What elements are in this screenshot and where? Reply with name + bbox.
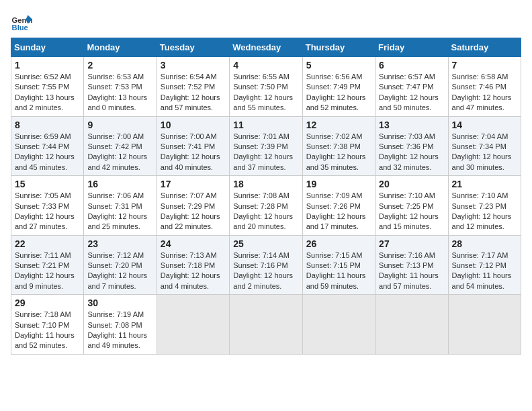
day-info: Sunrise: 7:09 AM Sunset: 7:26 PM Dayligh… [306,191,371,232]
sunrise-text: Sunrise: 7:10 AM [452,191,517,201]
daylight-text: Daylight: 12 hours and 9 minutes. [15,271,80,291]
day-number: 21 [452,179,517,189]
sunrise-text: Sunrise: 7:13 AM [161,250,226,261]
calendar-cell: 25 Sunrise: 7:14 AM Sunset: 7:16 PM Dayl… [230,235,302,295]
daylight-text: Daylight: 12 hours and 32 minutes. [379,152,444,173]
calendar-cell: 7 Sunrise: 6:58 AM Sunset: 7:46 PM Dayli… [448,57,521,117]
daylight-text: Daylight: 12 hours and 27 minutes. [15,212,80,232]
daylight-text: Daylight: 12 hours and 45 minutes. [15,152,80,173]
sunset-text: Sunset: 7:39 PM [233,142,298,152]
day-info: Sunrise: 7:19 AM Sunset: 7:08 PM Dayligh… [87,310,152,351]
daylight-text: Daylight: 12 hours and 42 minutes. [87,152,152,173]
day-info: Sunrise: 7:10 AM Sunset: 7:23 PM Dayligh… [452,191,517,232]
calendar-cell [230,295,302,355]
day-info: Sunrise: 6:54 AM Sunset: 7:52 PM Dayligh… [161,72,226,113]
calendar-week-row: 8 Sunrise: 6:59 AM Sunset: 7:44 PM Dayli… [11,116,521,176]
day-number: 26 [306,238,371,249]
sunset-text: Sunset: 7:42 PM [87,142,152,152]
daylight-text: Daylight: 12 hours and 4 minutes. [161,271,226,291]
calendar-cell: 14 Sunrise: 7:04 AM Sunset: 7:34 PM Dayl… [448,116,521,176]
sunset-text: Sunset: 7:25 PM [379,201,444,212]
daylight-text: Daylight: 11 hours and 49 minutes. [87,330,152,351]
calendar-body: 1 Sunrise: 6:52 AM Sunset: 7:55 PM Dayli… [11,57,521,355]
daylight-text: Daylight: 12 hours and 50 minutes. [379,93,444,113]
calendar-cell: 24 Sunrise: 7:13 AM Sunset: 7:18 PM Dayl… [157,235,229,295]
day-number: 30 [87,298,152,308]
day-info: Sunrise: 7:17 AM Sunset: 7:12 PM Dayligh… [452,250,517,292]
sunset-text: Sunset: 7:38 PM [306,142,371,152]
daylight-text: Daylight: 12 hours and 15 minutes. [379,212,444,232]
day-info: Sunrise: 7:05 AM Sunset: 7:33 PM Dayligh… [15,191,80,232]
day-info: Sunrise: 6:56 AM Sunset: 7:49 PM Dayligh… [306,72,371,113]
sunrise-text: Sunrise: 7:04 AM [452,132,517,142]
sunrise-text: Sunrise: 7:02 AM [306,132,371,142]
day-info: Sunrise: 7:14 AM Sunset: 7:16 PM Dayligh… [233,250,298,292]
sunset-text: Sunset: 7:08 PM [87,320,152,330]
sunset-text: Sunset: 7:33 PM [15,201,80,212]
sunrise-text: Sunrise: 7:10 AM [379,191,444,201]
day-info: Sunrise: 6:53 AM Sunset: 7:53 PM Dayligh… [87,72,152,113]
calendar-cell [302,295,375,355]
sunset-text: Sunset: 7:15 PM [306,261,371,271]
day-number: 5 [306,60,371,71]
day-info: Sunrise: 7:11 AM Sunset: 7:21 PM Dayligh… [15,250,80,292]
calendar-cell [448,295,521,355]
calendar-header-row: SundayMondayTuesdayWednesdayThursdayFrid… [11,38,521,57]
day-number: 22 [15,238,80,249]
daylight-text: Daylight: 13 hours and 0 minutes. [87,93,152,113]
day-number: 10 [161,120,226,130]
daylight-text: Daylight: 12 hours and 30 minutes. [452,152,517,173]
calendar-cell: 23 Sunrise: 7:12 AM Sunset: 7:20 PM Dayl… [84,235,157,295]
day-number: 4 [233,60,298,71]
day-info: Sunrise: 6:55 AM Sunset: 7:50 PM Dayligh… [233,72,298,113]
sunrise-text: Sunrise: 7:16 AM [379,250,444,261]
logo-icon: General Blue [11,11,32,32]
sunrise-text: Sunrise: 6:53 AM [87,72,152,82]
daylight-text: Daylight: 12 hours and 20 minutes. [233,212,298,232]
day-number: 19 [306,179,371,189]
calendar-header-friday: Friday [375,38,448,57]
day-number: 17 [161,179,226,189]
calendar-cell: 8 Sunrise: 6:59 AM Sunset: 7:44 PM Dayli… [11,116,84,176]
calendar-cell: 19 Sunrise: 7:09 AM Sunset: 7:26 PM Dayl… [302,176,375,236]
calendar-header-sunday: Sunday [11,38,84,57]
sunset-text: Sunset: 7:26 PM [306,201,371,212]
calendar-cell: 6 Sunrise: 6:57 AM Sunset: 7:47 PM Dayli… [375,57,448,117]
sunset-text: Sunset: 7:52 PM [161,82,226,92]
daylight-text: Daylight: 12 hours and 47 minutes. [452,93,517,113]
sunrise-text: Sunrise: 6:52 AM [15,72,80,82]
day-info: Sunrise: 6:58 AM Sunset: 7:46 PM Dayligh… [452,72,517,113]
sunrise-text: Sunrise: 7:05 AM [15,191,80,201]
calendar-week-row: 29 Sunrise: 7:18 AM Sunset: 7:10 PM Dayl… [11,295,521,355]
calendar-header-monday: Monday [84,38,157,57]
calendar-cell: 20 Sunrise: 7:10 AM Sunset: 7:25 PM Dayl… [375,176,448,236]
daylight-text: Daylight: 11 hours and 59 minutes. [306,271,371,291]
day-number: 6 [379,60,444,71]
calendar-cell: 4 Sunrise: 6:55 AM Sunset: 7:50 PM Dayli… [230,57,302,117]
sunset-text: Sunset: 7:18 PM [161,261,226,271]
calendar-cell: 22 Sunrise: 7:11 AM Sunset: 7:21 PM Dayl… [11,235,84,295]
sunrise-text: Sunrise: 6:54 AM [161,72,226,82]
day-number: 18 [233,179,298,189]
calendar-cell: 2 Sunrise: 6:53 AM Sunset: 7:53 PM Dayli… [84,57,157,117]
daylight-text: Daylight: 12 hours and 7 minutes. [87,271,152,291]
day-number: 15 [15,179,80,189]
calendar-cell: 9 Sunrise: 7:00 AM Sunset: 7:42 PM Dayli… [84,116,157,176]
daylight-text: Daylight: 12 hours and 55 minutes. [233,93,298,113]
sunrise-text: Sunrise: 7:08 AM [233,191,298,201]
sunrise-text: Sunrise: 7:06 AM [87,191,152,201]
calendar-cell: 16 Sunrise: 7:06 AM Sunset: 7:31 PM Dayl… [84,176,157,236]
sunset-text: Sunset: 7:31 PM [87,201,152,212]
day-number: 1 [15,60,80,71]
day-info: Sunrise: 7:08 AM Sunset: 7:28 PM Dayligh… [233,191,298,232]
day-info: Sunrise: 7:13 AM Sunset: 7:18 PM Dayligh… [161,250,226,292]
sunrise-text: Sunrise: 7:11 AM [15,250,80,261]
sunset-text: Sunset: 7:28 PM [233,201,298,212]
sunset-text: Sunset: 7:53 PM [87,82,152,92]
sunset-text: Sunset: 7:23 PM [452,201,517,212]
daylight-text: Daylight: 12 hours and 35 minutes. [306,152,371,173]
day-number: 13 [379,120,444,130]
calendar-cell: 11 Sunrise: 7:01 AM Sunset: 7:39 PM Dayl… [230,116,302,176]
daylight-text: Daylight: 11 hours and 57 minutes. [379,271,444,291]
calendar-cell: 3 Sunrise: 6:54 AM Sunset: 7:52 PM Dayli… [157,57,229,117]
